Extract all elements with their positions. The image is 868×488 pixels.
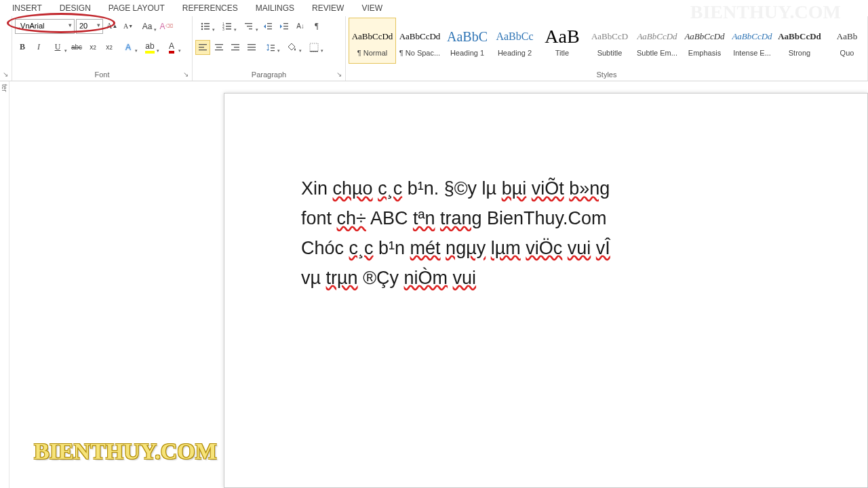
subscript-button[interactable]: x2 (85, 40, 100, 55)
document-page[interactable]: Xin chµo c¸c b¹n. §©y lµ bµi viÕt b»ng f… (224, 93, 868, 488)
svg-rect-25 (216, 47, 222, 47)
paragraph-launcher-icon[interactable]: ↘ (335, 70, 343, 79)
svg-point-0 (201, 22, 203, 24)
svg-rect-22 (199, 47, 204, 47)
shading-button[interactable] (282, 40, 302, 55)
svg-rect-13 (247, 26, 252, 26)
borders-button[interactable] (304, 40, 324, 55)
align-center-button[interactable] (212, 40, 226, 55)
tab-design[interactable]: DESIGN (51, 3, 100, 13)
decrease-indent-button[interactable] (260, 19, 275, 34)
styles-gallery[interactable]: AaBbCcDd¶ NormalAaBbCcDd¶ No Spac...AaBb… (349, 18, 865, 64)
style-subtitle[interactable]: AaBbCcDSubtitle (586, 18, 633, 64)
shrink-font-button[interactable]: A▼ (121, 19, 136, 34)
style-emphasis[interactable]: AaBbCcDdEmphasis (681, 18, 728, 64)
svg-rect-14 (249, 28, 252, 29)
font-group-label: Font (12, 69, 192, 81)
styles-group-label: Styles (346, 69, 867, 81)
svg-rect-20 (283, 28, 288, 29)
bold-button[interactable]: B (15, 40, 30, 55)
svg-rect-11 (226, 28, 231, 30)
svg-rect-36 (271, 50, 275, 51)
numbering-button[interactable]: 123 (217, 19, 237, 34)
svg-rect-26 (215, 49, 223, 50)
increase-indent-button[interactable] (277, 19, 292, 34)
svg-rect-35 (271, 47, 275, 48)
strikethrough-button[interactable]: abc (69, 40, 84, 55)
highlight-button[interactable]: ab (140, 40, 160, 55)
tab-mailings[interactable]: MAILINGS (247, 3, 303, 13)
font-size-combo[interactable]: 20 (76, 19, 103, 34)
svg-rect-17 (267, 28, 272, 29)
svg-rect-28 (234, 47, 239, 47)
svg-rect-3 (204, 26, 210, 27)
svg-point-2 (201, 25, 203, 27)
svg-rect-12 (245, 23, 252, 24)
svg-rect-30 (248, 44, 256, 45)
watermark: BIENTHUY.COM (34, 439, 217, 464)
svg-rect-19 (283, 26, 288, 26)
font-group: .VnArial 20 A▲ A▼ Aa A⌫ B I U abc x2 x2 … (12, 16, 193, 81)
svg-rect-32 (248, 49, 256, 50)
style-quo[interactable]: AaBbQuo (823, 18, 865, 64)
style-heading2[interactable]: AaBbCcHeading 2 (491, 18, 538, 64)
tab-view[interactable]: VIEW (353, 3, 391, 13)
svg-rect-34 (271, 45, 275, 45)
svg-rect-5 (204, 28, 210, 30)
watermark-top: BIENTHUY.COM (690, 1, 841, 23)
svg-rect-15 (267, 23, 272, 24)
svg-rect-1 (204, 23, 210, 24)
font-name-combo[interactable]: .VnArial (15, 19, 75, 34)
bullets-button[interactable] (195, 19, 216, 34)
paragraph-group: 123 A↓ ¶ Paragraph ↘ (193, 16, 346, 81)
change-case-button[interactable]: Aa (137, 19, 157, 34)
style-subtleem[interactable]: AaBbCcDdSubtle Em... (633, 18, 681, 64)
svg-rect-31 (248, 47, 256, 47)
styles-group: AaBbCcDd¶ NormalAaBbCcDd¶ No Spac...AaBb… (346, 16, 868, 81)
svg-rect-16 (267, 26, 272, 26)
font-launcher-icon[interactable]: ↘ (182, 70, 190, 79)
svg-rect-21 (199, 44, 207, 45)
svg-rect-24 (215, 44, 223, 45)
svg-text:3: 3 (222, 27, 224, 31)
clear-formatting-button[interactable]: A⌫ (159, 19, 174, 34)
clipboard-launcher-icon[interactable]: ↘ (1, 70, 9, 79)
paragraph-group-label: Paragraph (193, 69, 345, 81)
svg-rect-18 (283, 23, 288, 24)
tab-references[interactable]: REFERENCES (174, 3, 247, 13)
underline-button[interactable]: U (47, 40, 68, 55)
svg-point-4 (201, 28, 203, 30)
style-intensee[interactable]: AaBbCcDdIntense E... (728, 18, 776, 64)
ribbon: ↘ .VnArial 20 A▲ A▼ Aa A⌫ B I U abc x2 x… (0, 16, 868, 81)
italic-button[interactable]: I (31, 40, 46, 55)
style-normal[interactable]: AaBbCcDd¶ Normal (349, 18, 396, 64)
justify-button[interactable] (244, 40, 259, 55)
tab-pagelayout[interactable]: PAGE LAYOUT (100, 3, 174, 13)
style-heading1[interactable]: AaBbCHeading 1 (443, 18, 491, 64)
style-nospac[interactable]: AaBbCcDd¶ No Spac... (396, 18, 443, 64)
svg-rect-29 (231, 49, 239, 50)
multilevel-list-button[interactable] (239, 19, 259, 34)
document-body-text[interactable]: Xin chµo c¸c b¹n. §©y lµ bµi viÕt b»ng f… (301, 175, 827, 293)
text-effects-button[interactable]: A (118, 40, 138, 55)
grow-font-button[interactable]: A▲ (104, 19, 119, 34)
style-strong[interactable]: AaBbCcDdStrong (776, 18, 823, 64)
align-right-button[interactable] (228, 40, 243, 55)
nav-pane-edge: ter (0, 81, 9, 488)
show-marks-button[interactable]: ¶ (309, 19, 324, 34)
tab-review[interactable]: REVIEW (303, 3, 353, 13)
svg-rect-9 (226, 26, 231, 27)
superscript-button[interactable]: x2 (102, 40, 117, 55)
style-title[interactable]: AaBTitle (538, 18, 586, 64)
svg-rect-33 (268, 45, 269, 49)
svg-rect-23 (199, 49, 207, 50)
line-spacing-button[interactable] (260, 40, 281, 55)
svg-rect-7 (226, 23, 231, 24)
svg-rect-27 (231, 44, 239, 45)
font-color-button[interactable]: A (161, 40, 182, 55)
svg-rect-38 (310, 51, 318, 52)
svg-rect-37 (310, 43, 318, 52)
tab-insert[interactable]: INSERT (3, 3, 51, 13)
sort-button[interactable]: A↓ (293, 19, 308, 34)
align-left-button[interactable] (195, 40, 210, 55)
